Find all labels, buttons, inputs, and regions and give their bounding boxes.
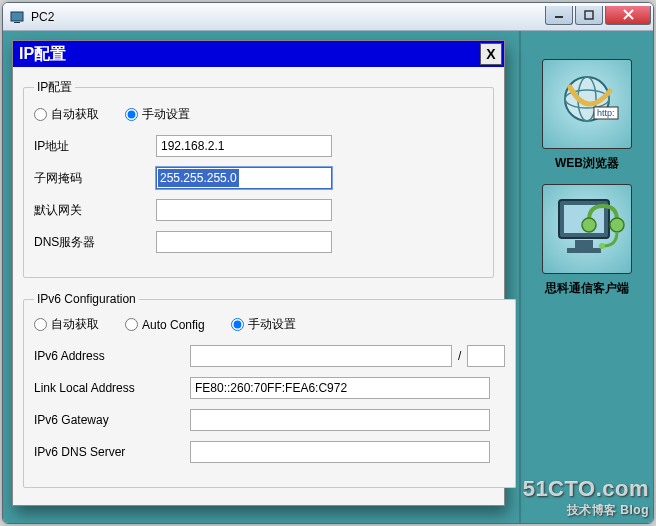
svg-point-17 bbox=[599, 243, 605, 249]
monitor-headset-icon bbox=[542, 184, 632, 274]
default-gateway-label: 默认网关 bbox=[34, 202, 156, 219]
svg-point-16 bbox=[610, 218, 624, 232]
cisco-client-tile[interactable]: 思科通信客户端 bbox=[535, 184, 639, 297]
ipv6-gateway-input[interactable] bbox=[190, 409, 490, 431]
watermark: 51CTO.com 技术博客 Blog bbox=[523, 476, 649, 519]
ipv4-group: IP配置 自动获取 手动设置 IP地址 子网掩码 255.255.255.0 默… bbox=[23, 79, 494, 278]
titlebar[interactable]: PC2 bbox=[3, 3, 653, 31]
default-gateway-input[interactable] bbox=[156, 199, 332, 221]
dns-server-label: DNS服务器 bbox=[34, 234, 156, 251]
app-icon bbox=[9, 9, 25, 25]
ipv6-legend: IPv6 Configuration bbox=[34, 292, 139, 306]
subnet-mask-input[interactable]: 255.255.255.0 bbox=[156, 167, 332, 189]
window-title: PC2 bbox=[31, 10, 545, 24]
ip-address-input[interactable] bbox=[156, 135, 332, 157]
web-browser-label: WEB浏览器 bbox=[555, 155, 619, 172]
link-local-label: Link Local Address bbox=[34, 381, 190, 395]
app-panel: http: WEB浏览器 bbox=[519, 31, 653, 523]
dialog-body: IP配置 自动获取 手动设置 IP地址 子网掩码 255.255.255.0 默… bbox=[13, 67, 504, 512]
ipv4-auto-radio[interactable] bbox=[34, 108, 47, 121]
svg-point-15 bbox=[582, 218, 596, 232]
ipv6-auto-radio[interactable] bbox=[34, 318, 47, 331]
dialog-close-button[interactable]: X bbox=[480, 43, 502, 65]
ipv4-manual-radio[interactable] bbox=[125, 108, 138, 121]
subnet-mask-label: 子网掩码 bbox=[34, 170, 156, 187]
ipv4-radio-row: 自动获取 手动设置 bbox=[34, 106, 483, 123]
close-window-button[interactable] bbox=[605, 6, 651, 25]
ipv6-address-input[interactable] bbox=[190, 345, 452, 367]
ipv6-dns-label: IPv6 DNS Server bbox=[34, 445, 190, 459]
ipv6-auto-option[interactable]: 自动获取 bbox=[34, 316, 99, 333]
svg-rect-0 bbox=[11, 12, 23, 21]
ipv6-dns-input[interactable] bbox=[190, 441, 490, 463]
cisco-client-label: 思科通信客户端 bbox=[545, 280, 629, 297]
ipv6-prefix-input[interactable] bbox=[467, 345, 505, 367]
ipv4-legend: IP配置 bbox=[34, 79, 75, 96]
ip-address-label: IP地址 bbox=[34, 138, 156, 155]
ip-config-dialog: IP配置 X IP配置 自动获取 手动设置 IP地址 子网掩码 255.255.… bbox=[12, 40, 505, 506]
ipv6-address-label: IPv6 Address bbox=[34, 349, 190, 363]
ipv6-autoconfig-radio[interactable] bbox=[125, 318, 138, 331]
ipv6-manual-option[interactable]: 手动设置 bbox=[231, 316, 296, 333]
window-controls bbox=[545, 9, 653, 25]
ipv6-radio-row: 自动获取 Auto Config 手动设置 bbox=[34, 316, 505, 333]
watermark-sub: 技术博客 Blog bbox=[523, 502, 649, 519]
ipv6-gateway-label: IPv6 Gateway bbox=[34, 413, 190, 427]
globe-icon: http: bbox=[542, 59, 632, 149]
svg-rect-13 bbox=[575, 240, 593, 248]
dns-server-input[interactable] bbox=[156, 231, 332, 253]
svg-rect-14 bbox=[567, 248, 601, 253]
prefix-slash: / bbox=[458, 349, 461, 363]
ipv6-manual-radio[interactable] bbox=[231, 318, 244, 331]
ipv4-manual-option[interactable]: 手动设置 bbox=[125, 106, 190, 123]
watermark-main: 51CTO.com bbox=[523, 476, 649, 501]
svg-rect-1 bbox=[14, 22, 20, 23]
link-local-input[interactable] bbox=[190, 377, 490, 399]
minimize-button[interactable] bbox=[545, 6, 573, 25]
dialog-titlebar[interactable]: IP配置 X bbox=[13, 41, 504, 67]
svg-rect-3 bbox=[585, 11, 593, 19]
ipv4-auto-option[interactable]: 自动获取 bbox=[34, 106, 99, 123]
web-browser-tile[interactable]: http: WEB浏览器 bbox=[535, 59, 639, 172]
ipv6-autoconfig-option[interactable]: Auto Config bbox=[125, 318, 205, 332]
dialog-title: IP配置 bbox=[19, 44, 66, 65]
svg-text:http:: http: bbox=[597, 108, 615, 118]
maximize-button[interactable] bbox=[575, 6, 603, 25]
ipv6-group: IPv6 Configuration 自动获取 Auto Config 手动设置… bbox=[23, 292, 516, 488]
